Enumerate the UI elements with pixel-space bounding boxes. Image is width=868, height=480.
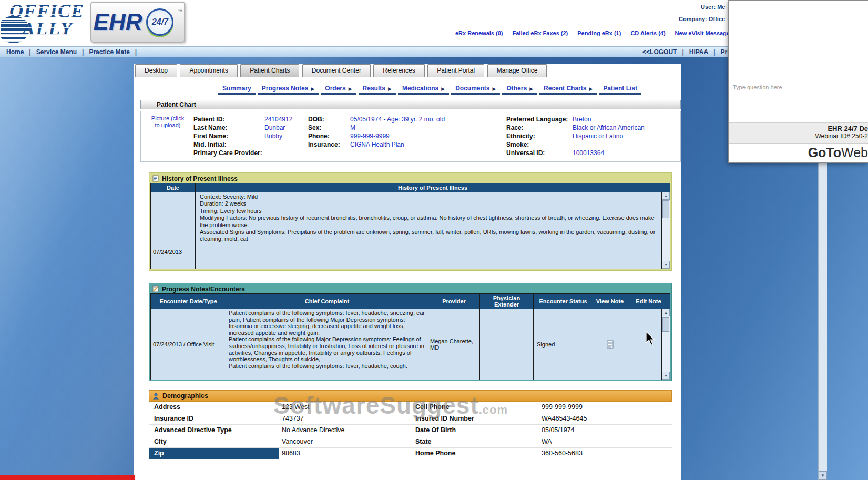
- person-icon: [152, 393, 159, 400]
- section-title: History of Present Illness: [162, 175, 238, 182]
- app-header: OFFICE ALLY EHR 24/7 ™ eRx Renewals (0) …: [0, 0, 818, 46]
- field-label: Preferred Language:: [506, 115, 573, 124]
- company-label: Company: Office: [679, 16, 725, 22]
- scroll-down-button[interactable]: ▼: [819, 471, 827, 480]
- tab-manage-office[interactable]: Manage Office: [487, 64, 547, 77]
- tab-document-center[interactable]: Document Center: [302, 64, 371, 77]
- chevron-right-icon: ▶: [493, 86, 496, 91]
- scroll-down-button[interactable]: ▼: [662, 372, 670, 380]
- webinar-id: Webinar ID# 250-2: [729, 132, 868, 140]
- subtab-results[interactable]: Results▶: [359, 85, 396, 95]
- encounter-status-cell: Signed: [534, 309, 593, 380]
- field-value: 999-999-9999: [350, 132, 390, 140]
- video-progress-bar[interactable]: [0, 475, 135, 480]
- subtab-recent-charts[interactable]: Recent Charts▶: [539, 85, 597, 95]
- hpi-date: 07/24/2013: [153, 249, 182, 255]
- field-label: Ethnicity:: [506, 132, 573, 140]
- link-pending-erx[interactable]: Pending eRx (1): [577, 30, 621, 36]
- demo-value: No Advance Directive: [279, 425, 410, 436]
- chevron-right-icon: ▶: [311, 86, 314, 91]
- tab-references[interactable]: References: [373, 64, 424, 77]
- hpi-table: Date History of Present Illness 07/24/20…: [150, 183, 670, 269]
- demo-label: Address: [149, 402, 279, 413]
- subtab-summary[interactable]: Summary: [218, 85, 256, 95]
- hpi-scrollbar[interactable]: ▲ ▼: [661, 192, 670, 269]
- subtab-others[interactable]: Others▶: [502, 85, 537, 95]
- scroll-up-button[interactable]: ▲: [662, 192, 670, 200]
- navbar-left: Home | Service Menu | Practice Mate |: [6, 48, 137, 56]
- chief-complaint-cell: Patient complains of the following sympt…: [226, 309, 428, 380]
- nav-service-menu[interactable]: Service Menu: [36, 48, 77, 56]
- link-erx-renewals[interactable]: eRx Renewals (0): [455, 30, 503, 36]
- field-label: Race:: [506, 124, 573, 132]
- column-header-view-note: View Note: [593, 294, 627, 309]
- tab-appointments[interactable]: Appointments: [180, 64, 237, 77]
- field-value: CIGNA Health Plan: [350, 141, 404, 148]
- nav-practice-mate[interactable]: Practice Mate: [89, 48, 129, 56]
- demo-label: Insurance ID: [149, 413, 279, 424]
- link-new-evisit-message[interactable]: New eVisit Message: [675, 30, 730, 36]
- separator: |: [713, 48, 715, 56]
- link-cd-alerts[interactable]: CD Alerts (4): [630, 30, 665, 36]
- main-tabs: Desktop Appointments Patient Charts Docu…: [134, 64, 681, 77]
- webinar-question-log: [729, 1, 868, 79]
- picture-upload-link[interactable]: Picture (click to upload): [150, 115, 185, 129]
- scrollbar-thumb[interactable]: [662, 200, 669, 218]
- section-title: Demographics: [162, 392, 208, 400]
- field-label: First Name:: [193, 132, 264, 140]
- chevron-right-icon: ▶: [441, 86, 445, 91]
- view-note-icon[interactable]: [607, 340, 614, 349]
- subtab-progress-notes[interactable]: Progress Notes▶: [258, 85, 319, 95]
- subtab-documents[interactable]: Documents▶: [451, 85, 500, 95]
- demo-label: Insured ID Number: [410, 413, 539, 424]
- field-value: M: [350, 124, 355, 131]
- arrow-up-icon: ▲: [664, 311, 668, 314]
- demo-value: 98683: [279, 448, 410, 459]
- nav-home[interactable]: Home: [6, 48, 24, 56]
- subtab-label: Patient List: [603, 85, 637, 92]
- scroll-down-button[interactable]: ▼: [662, 261, 670, 269]
- encounters-section: Progress Notes/Encounters Encounter Date…: [149, 283, 672, 381]
- subtab-orders[interactable]: Orders▶: [321, 85, 356, 95]
- arrow-down-icon: ▼: [664, 374, 668, 377]
- nav-logout[interactable]: <<LOGOUT: [642, 48, 677, 56]
- user-label: User: Me: [701, 4, 725, 10]
- column-header-chief-complaint: Chief Complaint: [226, 294, 428, 309]
- demo-label: Cell Phone: [410, 402, 539, 413]
- notes-icon: [152, 175, 159, 182]
- subtab-medications[interactable]: Medications▶: [398, 85, 449, 95]
- hpi-text-cell: Context: Severity: Mild Duration: 2 week…: [196, 192, 661, 269]
- link-failed-erx-faxes[interactable]: Failed eRx Faxes (2): [512, 30, 568, 36]
- tab-patient-portal[interactable]: Patient Portal: [427, 64, 484, 77]
- physician-extender-cell: [480, 309, 534, 380]
- logo-ally-text: ALLY: [22, 18, 73, 40]
- demo-label: Home Phone: [410, 448, 539, 459]
- scroll-up-button[interactable]: ▲: [662, 309, 670, 316]
- field-value: 05/05/1974 - Age: 39 yr. 2 mo. old: [350, 116, 445, 123]
- demographics-table: Address 123 West Cell Phone 999-999-9999…: [149, 402, 672, 459]
- webinar-question-input[interactable]: [729, 79, 868, 95]
- field-value: Bobby: [264, 132, 282, 140]
- column-header-encounter-date: Encounter Date/Type: [151, 294, 226, 309]
- separator: |: [82, 48, 84, 56]
- field-value: Dunbar: [264, 124, 285, 131]
- subtab-label: Documents: [455, 85, 489, 92]
- scrollbar-thumb[interactable]: [662, 317, 669, 332]
- content-panel: Desktop Appointments Patient Charts Docu…: [134, 64, 681, 480]
- field-value: Black or African American: [573, 124, 645, 131]
- subtab-patient-list[interactable]: Patient List: [599, 85, 641, 95]
- patient-info-col3: Preferred Language:Breton Race:Black or …: [506, 115, 645, 157]
- ehr-logo-text: EHR: [94, 9, 142, 35]
- table-row: 07/24/2013 Context: Severity: Mild Durat…: [151, 192, 670, 269]
- field-label: Phone:: [308, 132, 350, 140]
- nav-hipaa[interactable]: HIPAA: [689, 48, 708, 56]
- webinar-title: EHR 24/7 De: [729, 125, 868, 132]
- tab-desktop[interactable]: Desktop: [135, 64, 177, 77]
- encounters-scrollbar[interactable]: ▲ ▼: [661, 309, 670, 380]
- field-label: Patient ID:: [193, 115, 264, 124]
- tab-patient-charts[interactable]: Patient Charts: [240, 64, 299, 77]
- arrow-down-icon: ▼: [664, 263, 668, 267]
- encounter-date-cell: 07/24/2013 / Office Visit: [151, 309, 226, 380]
- subtab-label: Medications: [402, 85, 438, 92]
- erx-links-bar: eRx Renewals (0) Failed eRx Faxes (2) Pe…: [455, 30, 730, 36]
